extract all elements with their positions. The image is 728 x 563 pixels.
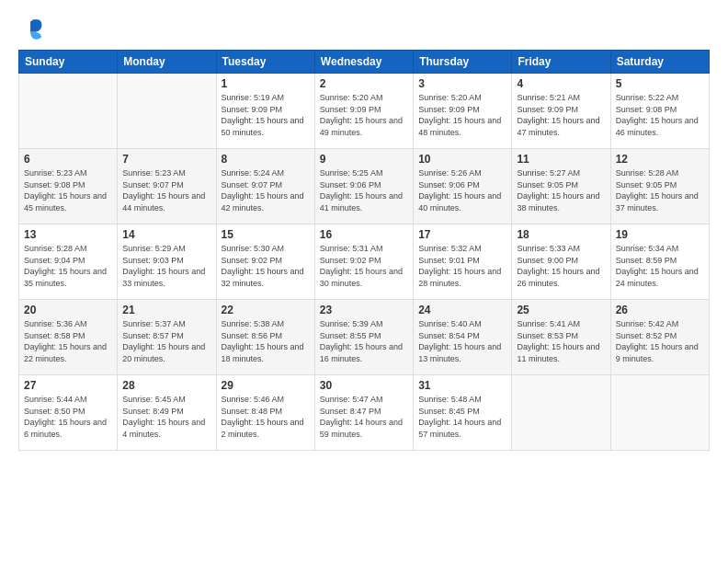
day-info: Sunrise: 5:32 AMSunset: 9:01 PMDaylight:… [418, 243, 506, 289]
calendar-cell: 27Sunrise: 5:44 AMSunset: 8:50 PMDayligh… [19, 375, 118, 451]
day-number: 4 [517, 77, 605, 90]
day-number: 5 [616, 77, 704, 90]
page: SundayMondayTuesdayWednesdayThursdayFrid… [0, 0, 728, 563]
calendar-cell: 25Sunrise: 5:41 AMSunset: 8:53 PMDayligh… [512, 300, 610, 375]
calendar-header-friday: Friday [512, 51, 610, 74]
logo-icon [18, 15, 44, 40]
day-number: 3 [418, 77, 506, 90]
calendar-cell [19, 74, 118, 149]
calendar-cell: 2Sunrise: 5:20 AMSunset: 9:09 PMDaylight… [314, 74, 413, 149]
day-number: 2 [320, 77, 408, 90]
calendar-cell: 16Sunrise: 5:31 AMSunset: 9:02 PMDayligh… [314, 224, 413, 300]
calendar-cell: 8Sunrise: 5:24 AMSunset: 9:07 PMDaylight… [216, 149, 314, 224]
calendar-week-row: 1Sunrise: 5:19 AMSunset: 9:09 PMDaylight… [19, 74, 710, 149]
calendar-cell: 1Sunrise: 5:19 AMSunset: 9:09 PMDaylight… [216, 74, 314, 149]
calendar-cell: 13Sunrise: 5:28 AMSunset: 9:04 PMDayligh… [19, 224, 118, 300]
day-info: Sunrise: 5:45 AMSunset: 8:49 PMDaylight:… [122, 394, 210, 440]
header [18, 15, 710, 40]
calendar-cell: 22Sunrise: 5:38 AMSunset: 8:56 PMDayligh… [216, 300, 314, 375]
day-info: Sunrise: 5:29 AMSunset: 9:03 PMDaylight:… [122, 243, 210, 289]
calendar-cell: 24Sunrise: 5:40 AMSunset: 8:54 PMDayligh… [414, 300, 512, 375]
day-number: 7 [122, 153, 210, 166]
day-info: Sunrise: 5:39 AMSunset: 8:55 PMDaylight:… [320, 318, 408, 364]
calendar-cell: 31Sunrise: 5:48 AMSunset: 8:45 PMDayligh… [414, 375, 512, 451]
day-info: Sunrise: 5:28 AMSunset: 9:04 PMDaylight:… [24, 243, 112, 289]
day-info: Sunrise: 5:23 AMSunset: 9:07 PMDaylight:… [122, 167, 210, 213]
day-info: Sunrise: 5:28 AMSunset: 9:05 PMDaylight:… [616, 167, 704, 213]
day-number: 23 [320, 304, 408, 316]
calendar-cell [512, 375, 610, 451]
day-info: Sunrise: 5:26 AMSunset: 9:06 PMDaylight:… [418, 167, 506, 213]
calendar-header-sunday: Sunday [19, 51, 118, 74]
day-number: 11 [517, 153, 605, 166]
calendar-cell: 11Sunrise: 5:27 AMSunset: 9:05 PMDayligh… [512, 149, 610, 224]
day-info: Sunrise: 5:20 AMSunset: 9:09 PMDaylight:… [418, 92, 506, 138]
calendar-cell: 12Sunrise: 5:28 AMSunset: 9:05 PMDayligh… [610, 149, 709, 224]
day-number: 16 [320, 228, 408, 241]
calendar-cell: 7Sunrise: 5:23 AMSunset: 9:07 PMDaylight… [118, 149, 216, 224]
day-info: Sunrise: 5:27 AMSunset: 9:05 PMDaylight:… [517, 167, 605, 213]
day-number: 29 [222, 379, 310, 392]
calendar-cell [610, 375, 709, 451]
day-info: Sunrise: 5:38 AMSunset: 8:56 PMDaylight:… [222, 318, 310, 364]
day-number: 13 [24, 228, 112, 241]
calendar-week-row: 20Sunrise: 5:36 AMSunset: 8:58 PMDayligh… [19, 300, 710, 375]
calendar-cell: 23Sunrise: 5:39 AMSunset: 8:55 PMDayligh… [314, 300, 413, 375]
calendar-header-row: SundayMondayTuesdayWednesdayThursdayFrid… [19, 51, 710, 74]
calendar-table: SundayMondayTuesdayWednesdayThursdayFrid… [18, 50, 710, 451]
day-info: Sunrise: 5:33 AMSunset: 9:00 PMDaylight:… [517, 243, 605, 289]
day-number: 24 [418, 304, 506, 316]
calendar-cell: 29Sunrise: 5:46 AMSunset: 8:48 PMDayligh… [216, 375, 314, 451]
day-number: 17 [418, 228, 506, 241]
day-info: Sunrise: 5:25 AMSunset: 9:06 PMDaylight:… [320, 167, 408, 213]
calendar-week-row: 27Sunrise: 5:44 AMSunset: 8:50 PMDayligh… [19, 375, 710, 451]
calendar-header-wednesday: Wednesday [314, 51, 413, 74]
day-number: 9 [320, 153, 408, 166]
day-info: Sunrise: 5:22 AMSunset: 9:08 PMDaylight:… [616, 92, 704, 138]
day-info: Sunrise: 5:36 AMSunset: 8:58 PMDaylight:… [24, 318, 112, 364]
calendar-cell: 17Sunrise: 5:32 AMSunset: 9:01 PMDayligh… [414, 224, 512, 300]
day-number: 31 [418, 379, 506, 392]
day-number: 22 [222, 304, 310, 316]
calendar-cell: 6Sunrise: 5:23 AMSunset: 9:08 PMDaylight… [19, 149, 118, 224]
day-number: 20 [24, 304, 112, 316]
day-info: Sunrise: 5:47 AMSunset: 8:47 PMDaylight:… [320, 394, 408, 440]
day-info: Sunrise: 5:41 AMSunset: 8:53 PMDaylight:… [517, 318, 605, 364]
calendar-cell: 15Sunrise: 5:30 AMSunset: 9:02 PMDayligh… [216, 224, 314, 300]
calendar-cell: 10Sunrise: 5:26 AMSunset: 9:06 PMDayligh… [414, 149, 512, 224]
day-info: Sunrise: 5:30 AMSunset: 9:02 PMDaylight:… [222, 243, 310, 289]
day-number: 21 [122, 304, 210, 316]
calendar-cell: 30Sunrise: 5:47 AMSunset: 8:47 PMDayligh… [314, 375, 413, 451]
day-info: Sunrise: 5:31 AMSunset: 9:02 PMDaylight:… [320, 243, 408, 289]
day-info: Sunrise: 5:37 AMSunset: 8:57 PMDaylight:… [122, 318, 210, 364]
day-number: 26 [616, 304, 704, 316]
calendar-header-saturday: Saturday [610, 51, 709, 74]
day-number: 25 [517, 304, 605, 316]
day-number: 19 [616, 228, 704, 241]
day-number: 30 [320, 379, 408, 392]
day-number: 28 [122, 379, 210, 392]
day-info: Sunrise: 5:21 AMSunset: 9:09 PMDaylight:… [517, 92, 605, 138]
calendar-cell: 21Sunrise: 5:37 AMSunset: 8:57 PMDayligh… [118, 300, 216, 375]
calendar-cell: 18Sunrise: 5:33 AMSunset: 9:00 PMDayligh… [512, 224, 610, 300]
day-number: 10 [418, 153, 506, 166]
calendar-header-tuesday: Tuesday [216, 51, 314, 74]
calendar-cell: 26Sunrise: 5:42 AMSunset: 8:52 PMDayligh… [610, 300, 709, 375]
day-number: 12 [616, 153, 704, 166]
day-info: Sunrise: 5:23 AMSunset: 9:08 PMDaylight:… [24, 167, 112, 213]
calendar-cell: 3Sunrise: 5:20 AMSunset: 9:09 PMDaylight… [414, 74, 512, 149]
calendar-cell: 28Sunrise: 5:45 AMSunset: 8:49 PMDayligh… [118, 375, 216, 451]
calendar-cell: 14Sunrise: 5:29 AMSunset: 9:03 PMDayligh… [118, 224, 216, 300]
calendar-header-monday: Monday [118, 51, 216, 74]
day-info: Sunrise: 5:42 AMSunset: 8:52 PMDaylight:… [616, 318, 704, 364]
day-info: Sunrise: 5:20 AMSunset: 9:09 PMDaylight:… [320, 92, 408, 138]
day-number: 15 [222, 228, 310, 241]
day-info: Sunrise: 5:34 AMSunset: 8:59 PMDaylight:… [616, 243, 704, 289]
calendar-week-row: 13Sunrise: 5:28 AMSunset: 9:04 PMDayligh… [19, 224, 710, 300]
day-info: Sunrise: 5:48 AMSunset: 8:45 PMDaylight:… [418, 394, 506, 440]
day-info: Sunrise: 5:46 AMSunset: 8:48 PMDaylight:… [222, 394, 310, 440]
day-number: 14 [122, 228, 210, 241]
calendar-cell [118, 74, 216, 149]
day-info: Sunrise: 5:19 AMSunset: 9:09 PMDaylight:… [222, 92, 310, 138]
calendar-cell: 19Sunrise: 5:34 AMSunset: 8:59 PMDayligh… [610, 224, 709, 300]
